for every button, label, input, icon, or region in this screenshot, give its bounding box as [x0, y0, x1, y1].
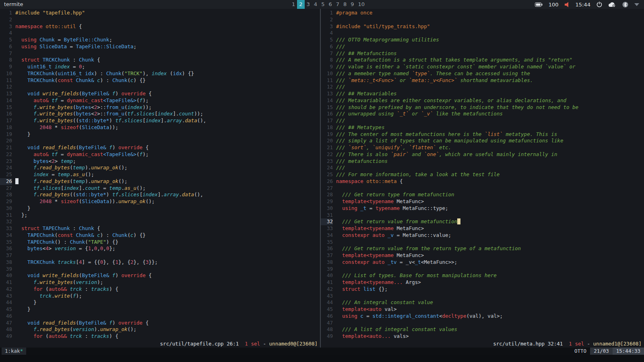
code-buffer-meta[interactable]: 1#pragma once23#include "util/type_trait… — [321, 9, 644, 340]
bluetooth-icon[interactable] — [622, 2, 628, 8]
line-number: 1 — [0, 10, 12, 16]
code-line: 36 bytes<4> version = {1,0,0,0}; — [0, 245, 320, 252]
line-number: 5 — [321, 37, 333, 43]
code-line: 42 for (auto&& trck : tracks) { — [0, 286, 320, 293]
line-number: 12 — [321, 84, 333, 90]
workspace-switcher[interactable]: 12345678910 — [290, 0, 367, 9]
code-line: 49 for (auto&& trck : tracks) { — [0, 333, 320, 340]
code-line: 35 — [321, 239, 644, 246]
line-number: 22 — [0, 151, 12, 158]
power-icon[interactable] — [597, 2, 602, 7]
line-number: 30 — [0, 205, 12, 212]
system-tray: 100 15:44 — [535, 0, 639, 9]
line-number: 7 — [0, 50, 12, 57]
line-number: 36 — [321, 245, 333, 252]
line-number: 20 — [321, 138, 333, 144]
workspace-9[interactable]: 9 — [349, 0, 356, 9]
workspace-6[interactable]: 6 — [326, 0, 334, 9]
line-number: 9 — [321, 64, 333, 70]
code-line: 1#include "tapefile.hpp" — [0, 10, 320, 16]
code-line: 44 } — [0, 299, 320, 306]
file-path-left: src/util/tapefile.cpp 26:1 — [160, 341, 245, 347]
code-line: 26namespace otto::meta { — [321, 178, 644, 185]
code-line: 41 f.write_bytes(version); — [0, 279, 320, 286]
line-number: 12 — [0, 84, 12, 90]
workspace-4[interactable]: 4 — [312, 0, 319, 9]
code-line: 20 — [0, 138, 320, 144]
line-number: 4 — [0, 30, 12, 37]
code-line: 33 template<typename MetaFunc> — [321, 225, 644, 232]
clock-label: 15:44:33 — [613, 348, 644, 355]
code-line: 7/// ## Metafunctions — [321, 50, 644, 57]
cloud-sync-icon[interactable] — [608, 2, 616, 7]
code-line: 5/// OTTO Metaprogramming utilities — [321, 37, 644, 43]
line-number: 35 — [0, 239, 12, 246]
line-number: 8 — [0, 57, 12, 64]
code-line: 47 void read_fields(ByteFile& f) overrid… — [0, 320, 320, 327]
code-line: 1#pragma once — [321, 10, 644, 16]
line-number: 1 — [321, 10, 333, 16]
line-number: 11 — [321, 77, 333, 84]
workspace-10[interactable]: 10 — [356, 0, 367, 9]
modeline-right: src/util/meta.hpp 32:41 1 sel - unnamed1… — [321, 340, 644, 348]
line-number: 42 — [321, 286, 333, 293]
line-number: 24 — [321, 165, 333, 171]
workspace-1[interactable]: 1 — [290, 0, 297, 9]
line-number: 33 — [0, 225, 12, 232]
line-number: 21 — [321, 144, 333, 151]
code-line: 22 auto& tf = dynamic_cast<TapeFile&>(f)… — [0, 151, 320, 158]
line-number: 3 — [0, 23, 12, 30]
code-line: 30 } — [0, 205, 320, 212]
code-line: 34 TAPEChunk(const Chunk& c) : Chunk(c) … — [0, 232, 320, 239]
selection-count-right: 1 sel — [569, 341, 584, 347]
line-number: 2 — [321, 16, 333, 23]
workspace-2[interactable]: 2 — [297, 0, 304, 9]
code-line: 3namespace otto::util { — [0, 23, 320, 30]
code-line: 16/// unwrapped using `_t` or `_v` like … — [321, 111, 644, 117]
workspace-3[interactable]: 3 — [305, 0, 312, 9]
line-number: 16 — [321, 111, 333, 117]
battery-icon[interactable] — [535, 2, 543, 7]
code-line: 12 — [0, 84, 320, 90]
line-number: 40 — [0, 272, 12, 279]
selection-count-left: 1 sel — [245, 341, 260, 347]
code-line: 6 using SliceData = TapeFile::SliceData; — [0, 43, 320, 50]
window-title: termite — [4, 0, 23, 9]
line-number: 42 — [0, 286, 12, 293]
line-number: 2 — [0, 16, 12, 23]
line-number: 48 — [0, 326, 12, 333]
workspace-7[interactable]: 7 — [334, 0, 341, 9]
tmux-window-tab[interactable]: 1:kak* — [2, 348, 26, 355]
code-line: 8/// A metafunction is a struct that tak… — [321, 57, 644, 64]
tmux-right-status: OTTO 21/03 15:44:33 — [571, 348, 644, 355]
workspace-5[interactable]: 5 — [319, 0, 326, 9]
code-buffer-tapefile[interactable]: 1#include "tapefile.hpp"23namespace otto… — [0, 9, 320, 340]
workspace-8[interactable]: 8 — [341, 0, 349, 9]
line-number: 27 — [321, 185, 333, 192]
code-line: 28 f.read_bytes((std::byte*) tf.slices[i… — [0, 191, 320, 198]
line-number: 28 — [0, 191, 12, 198]
code-line: 18 2048 * sizeof(SliceData)); — [0, 124, 320, 131]
code-line: 29 2048 * sizeof(SliceData)).unwrap_ok()… — [0, 198, 320, 205]
code-line: 24 f.read_bytes(temp).unwrap_ok(); — [0, 165, 320, 171]
code-line: 38 TRCKChunk tracks[4] = {{0}, {1}, {2},… — [0, 259, 320, 266]
code-line: 48 f.read_bytes(version).unwrap_ok(); — [0, 326, 320, 333]
line-number: 26 — [0, 178, 12, 185]
editor-area: 1#include "tapefile.hpp"23namespace otto… — [0, 9, 644, 348]
code-line: 19/// The center of most metafunctions h… — [321, 131, 644, 138]
line-number: 39 — [0, 266, 12, 273]
line-number: 36 — [0, 245, 12, 252]
code-line: 9/// value is either a `static constexpr… — [321, 64, 644, 70]
line-number: 45 — [0, 306, 12, 313]
line-number: 17 — [321, 117, 333, 124]
caret-down-icon[interactable] — [634, 3, 639, 6]
code-line: 11/// `meta::_t<Func>` or `meta::_v<Func… — [321, 77, 644, 84]
line-number: 32 — [321, 218, 333, 225]
volume-muted-icon[interactable] — [565, 2, 570, 7]
code-line: 8 struct TRCKChunk : Chunk { — [0, 57, 320, 64]
line-number: 47 — [321, 320, 333, 327]
line-number: 4 — [321, 30, 333, 37]
code-line: 14 auto& tf = dynamic_cast<TapeFile&>(f)… — [0, 97, 320, 104]
code-line: 21/// `sort`, `uniquify`, `flatten` etc. — [321, 144, 644, 151]
line-number: 9 — [0, 64, 12, 70]
